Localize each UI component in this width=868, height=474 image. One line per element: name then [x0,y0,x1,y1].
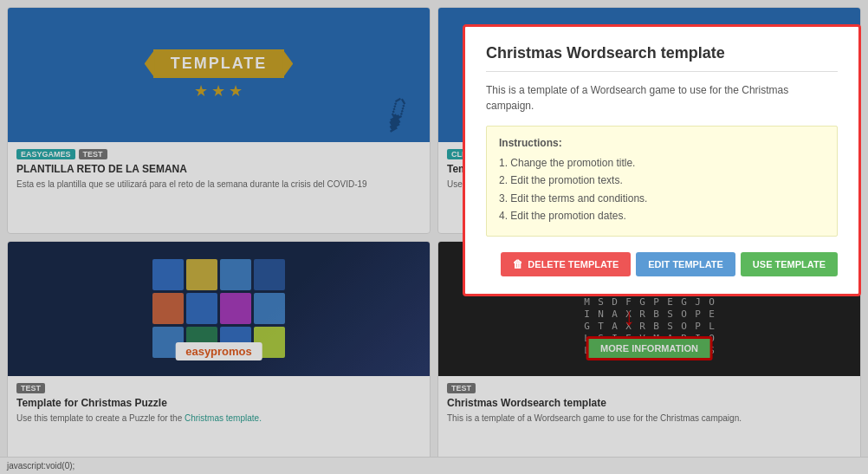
modal-title: Christmas Wordsearch template [486,44,838,62]
instructions-title: Instructions: [499,137,825,149]
instruction-item-2: 2. Edit the promotion texts. [499,172,825,189]
trash-icon: 🗑 [513,258,523,270]
edit-template-button[interactable]: EDIT TEMPLATE [636,252,735,276]
instruction-item-3: 3. Edit the terms and conditions. [499,190,825,207]
instruction-item-1: 1. Change the promotion title. [499,154,825,172]
instructions-list: 1. Change the promotion title. 2. Edit t… [499,154,825,225]
instruction-item-4: 4. Edit the promotion dates. [499,207,825,224]
modal-dialog: Christmas Wordsearch template This is a … [463,24,861,296]
modal-divider [486,71,838,72]
modal-actions: 🗑 DELETE TEMPLATE EDIT TEMPLATE USE TEMP… [486,252,838,276]
delete-template-button[interactable]: 🗑 DELETE TEMPLATE [501,252,631,276]
modal-instructions-box: Instructions: 1. Change the promotion ti… [486,126,838,237]
modal-description: This is a template of a Wordsearch game … [486,82,838,114]
use-template-button[interactable]: USE TEMPLATE [741,252,838,276]
